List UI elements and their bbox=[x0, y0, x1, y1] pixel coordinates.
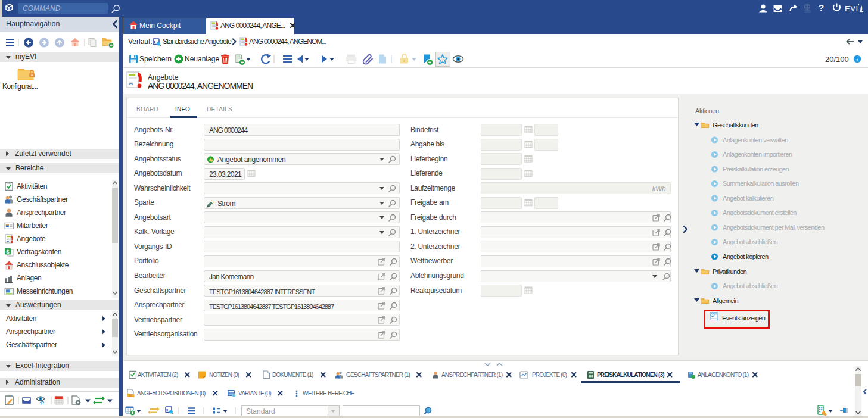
svg-text:$: $ bbox=[7, 249, 10, 255]
svg-text:ORG: ORG bbox=[804, 10, 811, 13]
